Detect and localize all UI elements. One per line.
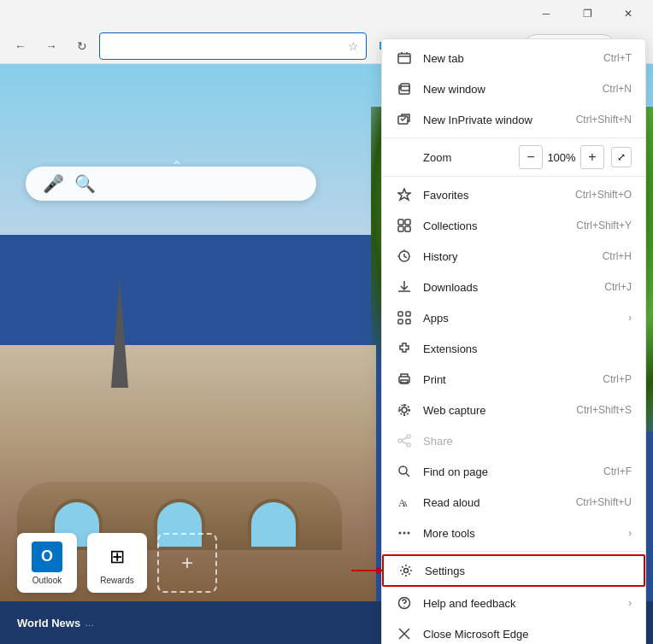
svg-rect-7 (398, 226, 403, 231)
extensions-icon (396, 340, 413, 357)
helpfeedback-arrow-icon: › (628, 597, 632, 609)
restore-button[interactable]: ❐ (568, 0, 607, 27)
collections-label: Collections (423, 220, 569, 232)
forward-button[interactable]: → (38, 32, 65, 60)
svg-point-20 (398, 439, 402, 442)
add-app-button[interactable]: + (157, 533, 217, 593)
refresh-button[interactable]: ↻ (68, 32, 96, 60)
settings-gear-icon (397, 562, 415, 579)
history-label: History (423, 250, 596, 263)
find-icon (396, 463, 413, 480)
divider-1 (382, 138, 645, 138)
menu-item-moretools[interactable]: More tools › (382, 518, 645, 548)
minimize-button[interactable]: ─ (527, 0, 566, 27)
search-icon[interactable]: 🔍 (74, 173, 96, 194)
svg-rect-6 (405, 220, 410, 225)
extensions-label: Extensions (423, 342, 632, 355)
closeedge-icon (396, 625, 413, 642)
menu-item-helpfeedback[interactable]: Help and feedback › (382, 588, 645, 618)
new-tab-shortcut: Ctrl+T (603, 52, 632, 64)
apps-label: Apps (423, 312, 621, 325)
zoom-controls: − 100% + ⤢ (519, 145, 632, 169)
moretools-icon (396, 524, 413, 542)
share-icon (396, 432, 413, 449)
zoom-in-button[interactable]: + (580, 145, 604, 169)
findonpage-label: Find on page (423, 465, 597, 478)
closeedge-label: Close Microsoft Edge (423, 628, 632, 641)
inprivate-icon (396, 111, 413, 128)
menu-item-extensions[interactable]: Extensions (382, 333, 645, 364)
url-input[interactable] (107, 39, 348, 52)
helpfeedback-label: Help and feedback (423, 597, 621, 610)
collections-shortcut: Ctrl+Shift+Y (576, 220, 632, 231)
menu-item-settings[interactable]: Settings (382, 554, 645, 587)
new-tab-icon (396, 50, 413, 67)
svg-rect-13 (406, 319, 410, 324)
downloads-icon (396, 278, 413, 296)
divider-2 (382, 176, 645, 177)
svg-rect-8 (405, 226, 410, 231)
svg-point-29 (403, 606, 404, 606)
menu-item-new-window[interactable]: New window Ctrl+N (382, 73, 645, 104)
webcapture-icon (396, 401, 413, 419)
apps-icon (396, 309, 413, 326)
inprivate-shortcut: Ctrl+Shift+N (576, 114, 632, 126)
menu-item-favorites[interactable]: Favorites Ctrl+Shift+O (382, 179, 645, 210)
outlook-label: Outlook (32, 576, 62, 585)
rewards-app-icon[interactable]: ⊞ Rewards (87, 533, 147, 593)
menu-item-closeedge[interactable]: Close Microsoft Edge (382, 618, 645, 644)
readaloud-icon: AA (396, 494, 413, 511)
fullscreen-button[interactable]: ⤢ (611, 147, 632, 167)
svg-point-24 (399, 532, 402, 535)
menu-item-webcapture[interactable]: Web capture Ctrl+Shift+S (382, 395, 645, 425)
voice-search-icon[interactable]: 🎤 (43, 173, 64, 194)
menu-item-share: Share (382, 425, 645, 456)
svg-rect-11 (406, 312, 410, 316)
new-window-shortcut: Ctrl+N (603, 83, 632, 95)
print-shortcut: Ctrl+P (603, 373, 632, 385)
favorites-shortcut: Ctrl+Shift+O (575, 189, 632, 201)
share-label: Share (423, 435, 632, 448)
outlook-app-icon[interactable]: O Outlook (17, 533, 77, 593)
zoom-out-button[interactable]: − (519, 145, 543, 169)
moretools-arrow-icon: › (628, 527, 632, 539)
new-window-label: New window (423, 83, 596, 96)
readaloud-shortcut: Ctrl+Shift+U (576, 496, 632, 508)
close-button[interactable]: ✕ (609, 0, 648, 27)
scroll-up-indicator: ⌃ (171, 158, 182, 174)
dropdown-menu: New tab Ctrl+T New window Ctrl+N New InP… (381, 38, 646, 644)
address-bar: ☆ (99, 32, 367, 60)
findonpage-shortcut: Ctrl+F (603, 465, 632, 477)
svg-rect-2 (401, 84, 409, 91)
menu-item-inprivate[interactable]: New InPrivate window Ctrl+Shift+N (382, 104, 645, 135)
zoom-label: Zoom (396, 151, 451, 164)
title-bar: ─ ❐ ✕ (0, 0, 653, 27)
menu-item-print[interactable]: Print Ctrl+P (382, 364, 645, 395)
settings-label: Settings (425, 565, 630, 577)
favorites-menu-icon (396, 186, 413, 203)
menu-item-downloads[interactable]: Downloads Ctrl+J (382, 272, 645, 302)
divider-3 (382, 551, 645, 552)
new-window-icon (396, 80, 413, 97)
webcapture-shortcut: Ctrl+Shift+S (576, 404, 632, 416)
menu-item-history[interactable]: History Ctrl+H (382, 241, 645, 272)
svg-point-26 (408, 532, 410, 535)
zoom-value: 100% (546, 151, 577, 164)
svg-marker-4 (398, 189, 410, 200)
menu-item-findonpage[interactable]: Find on page Ctrl+F (382, 456, 645, 487)
print-label: Print (423, 373, 596, 386)
rewards-label: Rewards (100, 576, 133, 585)
app-icons-row: O Outlook ⊞ Rewards + (17, 533, 217, 593)
apps-arrow-icon: › (628, 312, 632, 324)
menu-item-readaloud[interactable]: AA Read aloud Ctrl+Shift+U (382, 487, 645, 518)
zoom-row: Zoom − 100% + ⤢ (382, 141, 645, 173)
settings-arrow (351, 566, 383, 575)
menu-item-new-tab[interactable]: New tab Ctrl+T (382, 43, 645, 73)
back-button[interactable]: ← (7, 32, 34, 60)
svg-rect-12 (398, 319, 403, 324)
menu-item-apps[interactable]: Apps › (382, 302, 645, 333)
svg-point-18 (407, 435, 410, 438)
more-news-icon: … (85, 618, 94, 628)
favorites-star-icon[interactable]: ☆ (348, 39, 359, 53)
menu-item-collections[interactable]: Collections Ctrl+Shift+Y (382, 210, 645, 241)
